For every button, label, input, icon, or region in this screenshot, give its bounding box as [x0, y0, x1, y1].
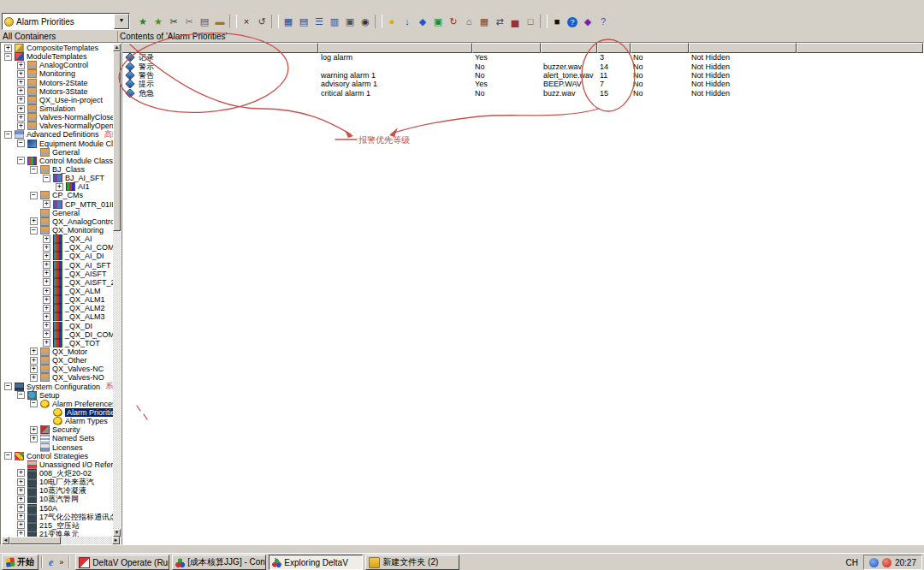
cut-icon[interactable]: ✂ [167, 15, 181, 28]
tree-expander-icon[interactable]: + [17, 521, 25, 529]
scroll-down-icon[interactable]: ▼ [113, 529, 121, 537]
table-column-header[interactable] [597, 43, 631, 53]
tree-expander-icon[interactable]: − [4, 131, 12, 139]
tree-expander-icon[interactable]: + [17, 87, 25, 95]
tree-item[interactable]: + _QX_AISFT_2 [1, 278, 113, 287]
tree-vertical-scrollbar[interactable] [113, 44, 121, 537]
taskbar-window-button[interactable]: DeltaV Operate (Run) [75, 555, 169, 570]
tree-item[interactable]: + CP_MTR_01ILP [1, 200, 113, 209]
taskbar-window-button[interactable]: Exploring DeltaV [269, 555, 363, 570]
tree-item[interactable]: − Equipment Module Clas [1, 140, 113, 148]
tree-expander-icon[interactable]: + [17, 469, 25, 477]
tree-item[interactable]: + CompositeTemplates [1, 44, 113, 52]
language-indicator[interactable]: CH [841, 558, 863, 567]
tree-item[interactable]: + QX_Use-in-project [1, 96, 113, 104]
paste-icon[interactable]: ▬ [213, 15, 228, 28]
priority-icon[interactable]: ◆ [416, 15, 430, 28]
user-icon[interactable]: ◉ [358, 15, 373, 28]
tree-item[interactable]: + 10蒸汽管网 [1, 495, 113, 503]
tree-item[interactable]: + 215_空压站 [1, 521, 113, 530]
menu-item[interactable] [0, 1, 12, 12]
tree-expander-icon[interactable]: + [43, 261, 50, 269]
tree-expander-icon[interactable]: + [43, 235, 50, 243]
tree-item[interactable]: − Control Strategies [1, 452, 113, 460]
tree-expander-icon[interactable]: − [4, 452, 12, 460]
monitor-icon[interactable]: □ [524, 15, 538, 28]
tree-item[interactable]: + QX_Valves-NC [1, 365, 113, 373]
tree-expander-icon[interactable]: + [43, 330, 50, 338]
chevron-more-icon[interactable]: » [56, 558, 66, 567]
tree-item[interactable]: + Monitoring [1, 69, 113, 78]
menu-item[interactable] [24, 1, 36, 12]
tree-item[interactable]: + _QX_TOT [1, 339, 113, 347]
tree-expander-icon[interactable]: + [30, 357, 38, 365]
tree-expander-icon[interactable]: + [43, 339, 50, 347]
tree-expander-icon[interactable]: + [43, 244, 50, 252]
tree-item[interactable]: + _QX_DI_COM [1, 330, 113, 339]
tree-expander-icon[interactable]: + [17, 96, 25, 104]
table-column-header[interactable] [472, 43, 541, 53]
tree-item[interactable]: + QX_Other [1, 356, 113, 365]
tree-item[interactable]: + Simulation [1, 104, 113, 113]
tree-item[interactable]: − System Configuration 系统组态 [1, 382, 113, 390]
copy-icon[interactable]: ▤ [198, 15, 212, 28]
table-column-header[interactable] [122, 43, 318, 53]
menu-item[interactable] [60, 1, 72, 12]
chart-icon[interactable]: ▅ [508, 15, 523, 28]
tree-item[interactable]: General [1, 209, 113, 217]
tree-expander-icon[interactable]: + [43, 313, 50, 321]
download-icon[interactable]: ↓ [400, 15, 415, 28]
scrollbar-thumb[interactable] [9, 537, 61, 544]
tree-item[interactable]: − QX_Monitoring [1, 226, 113, 235]
scroll-right-icon[interactable]: ► [112, 537, 120, 544]
tree-item[interactable]: + _QX_AI [1, 235, 113, 243]
delete-small-icon[interactable]: ✂ [182, 15, 197, 28]
scrollbar-thumb[interactable] [113, 51, 121, 231]
tree-item[interactable]: + _QX_AI_COMP [1, 243, 113, 252]
scroll-left-icon[interactable]: ◄ [2, 537, 9, 544]
tree-item[interactable]: + 21变换单元 [1, 530, 113, 537]
menu-item[interactable] [12, 1, 24, 12]
context-help-icon[interactable]: ? [596, 15, 611, 28]
tree-expander-icon[interactable]: − [30, 400, 38, 407]
tree-expander-icon[interactable]: − [4, 383, 12, 390]
details-view-icon[interactable]: ▥ [328, 15, 342, 28]
tree-item[interactable]: − ModuleTemplates [1, 52, 113, 61]
tray-network-icon[interactable] [869, 558, 879, 567]
tree-item[interactable]: + _QX_ALM3 [1, 312, 113, 321]
table-column-header[interactable] [318, 43, 472, 53]
tree-expander-icon[interactable]: + [43, 200, 50, 208]
tree-item[interactable]: + Motors-3State [1, 87, 113, 96]
tree-expander-icon[interactable]: + [17, 478, 25, 486]
tree-expander-icon[interactable]: + [56, 183, 63, 191]
batch-icon[interactable]: ■ [550, 15, 565, 28]
tree-item[interactable]: Alarm Types 报警类型 [1, 417, 113, 425]
find-in-icon[interactable]: ★ [151, 15, 166, 28]
picture-icon[interactable]: ▣ [431, 15, 446, 28]
large-icons-icon[interactable]: ▦ [281, 15, 296, 28]
export-icon[interactable]: ⇄ [493, 15, 507, 28]
tree-item[interactable]: − Advanced Definitions 高级别功能块 [1, 130, 113, 139]
table-column-header[interactable] [797, 43, 923, 53]
tree-expander-icon[interactable]: + [43, 278, 50, 286]
tree-item[interactable]: + QX_AnalogControl [1, 217, 113, 226]
table-row[interactable]: 警示 No buzzer.wav 14 No Not Hidden [122, 62, 923, 70]
tree-item[interactable]: Alarm Priorities 报警等级 [1, 408, 113, 417]
tree-expander-icon[interactable]: − [17, 140, 25, 147]
tree-item[interactable]: + QX_Valves-NO [1, 373, 113, 382]
tree-item[interactable]: + _QX_ALM2 [1, 304, 113, 312]
tree-horizontal-scrollbar[interactable] [2, 537, 121, 544]
small-icons-icon[interactable]: ▤ [297, 15, 311, 28]
tree-item[interactable]: + Named Sets [1, 434, 113, 442]
tree-item[interactable]: + Valves-NormallyOpen [1, 122, 113, 130]
tree-expander-icon[interactable]: + [17, 79, 25, 86]
tree-item[interactable]: + QX_Motor [1, 347, 113, 356]
tree-item[interactable]: General [1, 148, 113, 157]
tree-expander-icon[interactable]: + [17, 62, 25, 69]
menu-item[interactable] [72, 1, 84, 12]
start-button[interactable]: 开始 [2, 555, 38, 570]
paint-icon[interactable]: ◆ [581, 15, 595, 28]
tree-item[interactable]: − Control Module Classes [1, 157, 113, 165]
table-row[interactable]: 警告 warning alarm 1 No alert_tone.wav 11 … [122, 71, 923, 80]
tree-item[interactable]: + 10蒸汽冷凝液 [1, 486, 113, 495]
